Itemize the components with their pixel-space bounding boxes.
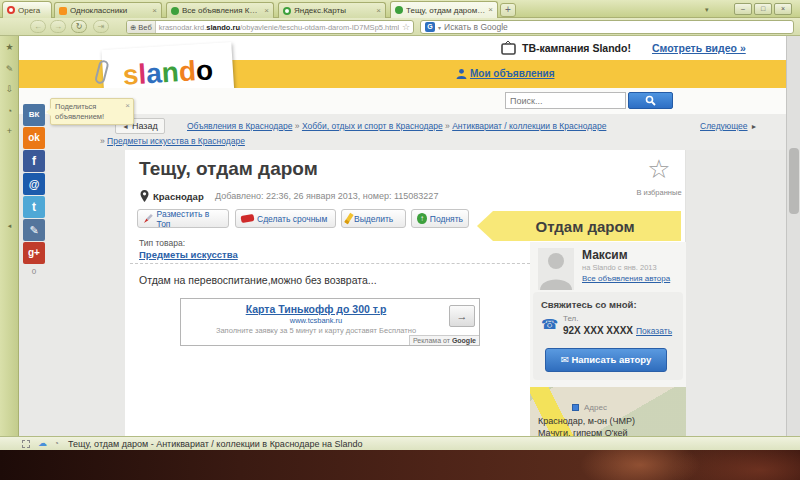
google-ad-next-button[interactable]: → [449,305,475,327]
breadcrumb-link[interactable]: Хобби, отдых и спорт в Краснодаре [302,121,443,131]
history-panel-icon[interactable]: ◔ [0,106,19,116]
ad-city: Краснодар [153,191,204,202]
share-bar: ВК ok f @ t ✎ g+ 0 [23,104,45,288]
share-googleplus-icon[interactable]: g+ [23,242,45,264]
tab-odnoklassniki[interactable]: Одноклассники × [54,2,162,18]
google-ad-title-link[interactable]: Карта Тинькофф до 300 т.р [181,303,451,315]
url-field[interactable]: ⊕ Веб krasnodar.krd.slando.ru/obyavlenie… [126,20,414,34]
tab-current-ad[interactable]: Тещу, отдам даром - ... × [390,1,498,18]
write-author-button[interactable]: ✉ Написать автору [545,348,667,372]
fit-width-icon[interactable] [22,440,30,448]
action-label: Выделить [354,214,393,224]
bookmark-star-icon[interactable]: ☆ [399,22,413,32]
tab-close-icon[interactable]: × [376,7,381,15]
opera-menu-label: Opera [18,6,40,15]
urgent-stamp-icon [240,214,254,223]
breadcrumb-separator: » [445,121,450,131]
windows-taskbar: e ▶ RU ▲ 1:13 29.01.2013 [0,450,800,480]
tooltip-close-icon[interactable]: × [125,101,130,110]
tab-close-icon[interactable]: × [152,7,157,15]
notes-panel-icon[interactable]: ✎ [0,64,19,74]
opera-turbo-icon[interactable]: ◔ [54,439,59,448]
downloads-panel-icon[interactable]: ⇩ [0,84,19,94]
minimize-button[interactable]: – [734,3,752,15]
url-domain: slando.ru [206,23,240,32]
tab-label: Все объявления Крас... [182,6,261,15]
author-panel: Максим на Slando с янв. 2013 Все объявле… [530,242,686,436]
show-phone-link[interactable]: Показать [636,326,672,336]
author-since: на Slando с янв. 2013 [582,263,657,272]
tab-list-chevron-icon[interactable]: ▾ [705,6,709,14]
site-search-input[interactable] [505,92,626,109]
action-label: Поднять [430,214,463,224]
highlight-button[interactable]: Выделить [341,209,406,228]
search-engine-icon[interactable]: G [425,22,435,32]
site-search-button[interactable] [628,92,673,109]
bookmarks-panel-icon[interactable]: ★ [0,42,19,52]
tab-yandex-maps[interactable]: Яндекс.Карты × [278,2,386,18]
browser-search-input[interactable] [444,22,789,32]
reload-button[interactable]: ↻ [71,20,87,33]
favorite-label[interactable]: В избранные [625,188,693,197]
address-bar: ← → ↻ ⇥ ⊕ Веб krasnodar.krd.slando.ru/ob… [0,18,800,36]
write-author-label: Написать автору [571,354,651,365]
map-address-label: Адрес [584,403,607,412]
tooltip-text: объявлением! [55,112,104,121]
web-badge[interactable]: ⊕ Веб [127,21,156,33]
ad-card: Тещу, отдам даром ☆ В избранные Краснода… [125,150,686,436]
share-mailru-icon[interactable]: @ [23,173,45,195]
marker-icon [344,213,353,224]
panel-toggle-icon[interactable]: ◂ [0,222,19,230]
google-ad-url: www.tcsbank.ru [181,316,451,325]
author-all-ads-link[interactable]: Все объявления автора [582,274,670,283]
close-window-button[interactable]: × [774,3,792,15]
share-vk-icon[interactable]: ВК [23,104,45,126]
add-panel-icon[interactable]: + [0,126,19,136]
tab-close-icon[interactable]: × [488,6,493,14]
breadcrumb-link[interactable]: Антиквариат / коллекции в Краснодаре [452,121,606,131]
next-ad-link[interactable]: Следующее ► [700,121,758,131]
share-facebook-icon[interactable]: f [23,150,45,172]
slando-favicon [395,6,403,14]
promo-video-link[interactable]: Смотреть видео » [652,42,746,54]
back-button[interactable]: ← [30,20,46,33]
page-content: ★ ✎ ⇩ ◔ + ◂ ТВ-кампания Slando! Смотреть… [0,36,800,436]
fast-forward-button[interactable]: ⇥ [93,20,109,33]
tab-close-icon[interactable]: × [264,7,269,15]
ad-badge-prefix: Реклама от [413,337,450,344]
logo-letter: o [195,54,214,87]
breadcrumb-link[interactable]: Объявления в Краснодаре [187,121,292,131]
tab-label: Яндекс.Карты [294,6,373,15]
share-twitter-icon[interactable]: t [23,196,45,218]
new-tab-button[interactable]: + [500,3,516,17]
raise-ad-button[interactable]: ↑ Поднять [411,209,469,228]
make-urgent-button[interactable]: Сделать срочным [235,209,336,228]
browser-search-field[interactable]: G ▾ [420,20,794,34]
web-badge-label: Веб [138,23,151,32]
forward-button[interactable]: → [50,20,66,33]
type-value-link[interactable]: Предметы искусства [139,249,238,260]
share-livejournal-icon[interactable]: ✎ [23,219,45,241]
url-path: /obyavlenie/teschu-otdam-darom-ID7MSp5.h… [240,23,399,32]
browser-tab-bar: Opera Одноклассники × Все объявления Кра… [0,0,800,18]
opera-link-icon[interactable]: ☁ [38,438,47,448]
my-ads-link[interactable]: Мои объявления [470,68,554,79]
location-map[interactable]: Адрес Краснодар, м-он (ЧМР) Мачуги, гипе… [530,387,686,436]
favorite-star-icon[interactable]: ☆ [639,156,679,182]
breadcrumb-link-current[interactable]: Предметы искусства в Краснодаре [107,136,245,146]
avatar [538,248,574,290]
logo-letter: d [178,55,197,88]
scrollbar-thumb[interactable] [789,148,799,214]
user-icon [456,68,467,79]
share-odnoklassniki-icon[interactable]: ok [23,127,45,149]
opera-menu-button[interactable]: Opera [2,1,52,18]
page-scrollbar[interactable] [786,36,800,436]
site-search-row [19,88,786,114]
tab-slando-list[interactable]: Все объявления Крас... × [166,2,274,18]
search-engine-chevron-icon[interactable]: ▾ [438,24,441,31]
promote-top-button[interactable]: Разместить в Топ [137,209,229,228]
maximize-button[interactable]: □ [754,3,772,15]
ad-meta: Добавлено: 22:36, 26 января 2013, номер:… [215,191,438,201]
status-text: Тещу, отдам даром - Антиквариат / коллек… [68,439,362,449]
screen: Opera Одноклассники × Все объявления Кра… [0,0,800,480]
